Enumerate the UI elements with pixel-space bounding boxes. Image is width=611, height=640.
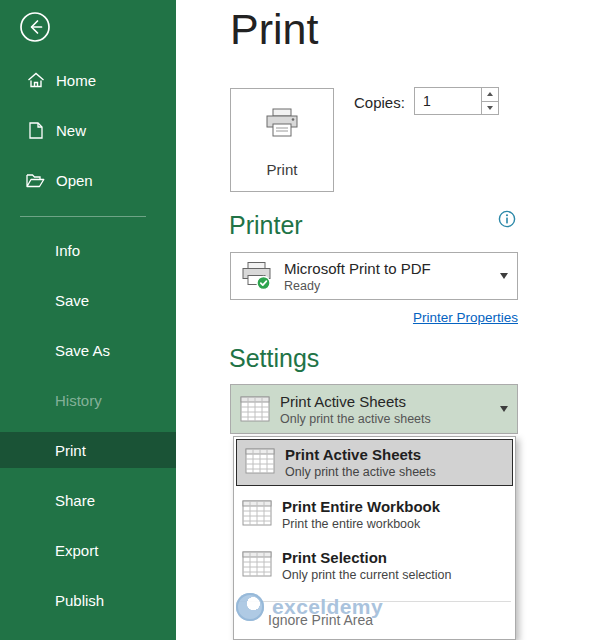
print-what-menu: Print Active Sheets Only print the activ… [233, 436, 516, 640]
sidebar-item-save[interactable]: Save [0, 282, 176, 318]
sidebar-item-share[interactable]: Share [0, 482, 176, 518]
excel-backstage-print-view: Home New Open Info [0, 0, 611, 640]
back-button[interactable] [19, 11, 51, 43]
copies-input[interactable] [415, 88, 481, 114]
chevron-down-icon [500, 273, 508, 279]
spreadsheet-icon [240, 396, 270, 422]
spreadsheet-icon [245, 448, 275, 478]
sidebar-item-label: Save As [55, 342, 110, 359]
backstage-sidebar: Home New Open Info [0, 0, 176, 640]
printer-name: Microsoft Print to PDF [284, 259, 431, 278]
sidebar-item-export[interactable]: Export [0, 532, 176, 568]
print-button-label: Print [267, 161, 298, 178]
printer-dropdown[interactable]: Microsoft Print to PDF Ready [230, 252, 518, 300]
spreadsheet-icon [242, 500, 272, 530]
printer-properties-link[interactable]: Printer Properties [413, 310, 518, 325]
copies-spin-buttons [481, 88, 498, 114]
copies-label: Copies: [354, 94, 405, 111]
copies-increment-button[interactable] [482, 88, 498, 101]
menu-item-ignore-print-area[interactable]: Ignore Print Area [238, 601, 511, 628]
menu-item-print-active-sheets[interactable]: Print Active Sheets Only print the activ… [236, 439, 513, 486]
sidebar-item-label: Save [55, 292, 89, 309]
sidebar-item-history: History [0, 382, 176, 418]
home-icon [26, 72, 45, 88]
copies-spinner [414, 87, 499, 115]
printer-icon [263, 107, 301, 144]
menu-item-title: Print Entire Workbook [282, 497, 440, 516]
sidebar-item-label: Home [56, 72, 96, 89]
sidebar-item-label: Export [55, 542, 98, 559]
sidebar-item-label: New [56, 122, 86, 139]
menu-item-print-entire-workbook[interactable]: Print Entire Workbook Print the entire w… [234, 492, 515, 537]
menu-item-print-selection[interactable]: Print Selection Only print the current s… [234, 543, 515, 588]
sidebar-divider [20, 216, 146, 217]
settings-section-heading: Settings [229, 344, 319, 373]
open-folder-icon [26, 173, 45, 188]
new-document-icon [26, 122, 45, 139]
sidebar-item-publish[interactable]: Publish [0, 582, 176, 618]
print-what-selected-subtitle: Only print the active sheets [280, 411, 431, 427]
printer-info-button[interactable] [498, 210, 516, 228]
copies-decrement-button[interactable] [482, 101, 498, 115]
sidebar-item-home[interactable]: Home [0, 62, 176, 98]
printer-status: Ready [284, 278, 431, 294]
sidebar-item-print[interactable]: Print [0, 432, 176, 468]
sidebar-item-label: Publish [55, 592, 104, 609]
printer-section-heading: Printer [229, 211, 303, 240]
sidebar-item-label: Print [55, 442, 86, 459]
sidebar-item-open[interactable]: Open [0, 162, 176, 198]
sidebar-item-label: Open [56, 172, 93, 189]
sidebar-item-save-as[interactable]: Save As [0, 332, 176, 368]
spreadsheet-icon [242, 551, 272, 581]
print-what-dropdown[interactable]: Print Active Sheets Only print the activ… [230, 384, 518, 434]
print-what-selected-title: Print Active Sheets [280, 392, 431, 411]
chevron-down-icon [500, 406, 508, 412]
sidebar-item-label: Info [55, 242, 80, 259]
chevron-down-icon [487, 106, 493, 110]
print-button[interactable]: Print [230, 88, 334, 192]
chevron-up-icon [487, 92, 493, 96]
sidebar-item-label: Share [55, 492, 95, 509]
menu-item-subtitle: Only print the active sheets [285, 464, 436, 480]
sidebar-item-new[interactable]: New [0, 112, 176, 148]
menu-item-subtitle: Only print the current selection [282, 567, 452, 583]
printer-ready-icon [240, 261, 274, 291]
menu-item-title: Print Selection [282, 548, 452, 567]
menu-item-subtitle: Print the entire workbook [282, 516, 440, 532]
page-title: Print [230, 5, 318, 54]
menu-item-title: Print Active Sheets [285, 445, 436, 464]
sidebar-item-label: History [55, 392, 102, 409]
back-arrow-icon [19, 11, 51, 43]
info-icon [498, 210, 516, 228]
sidebar-item-info[interactable]: Info [0, 232, 176, 268]
